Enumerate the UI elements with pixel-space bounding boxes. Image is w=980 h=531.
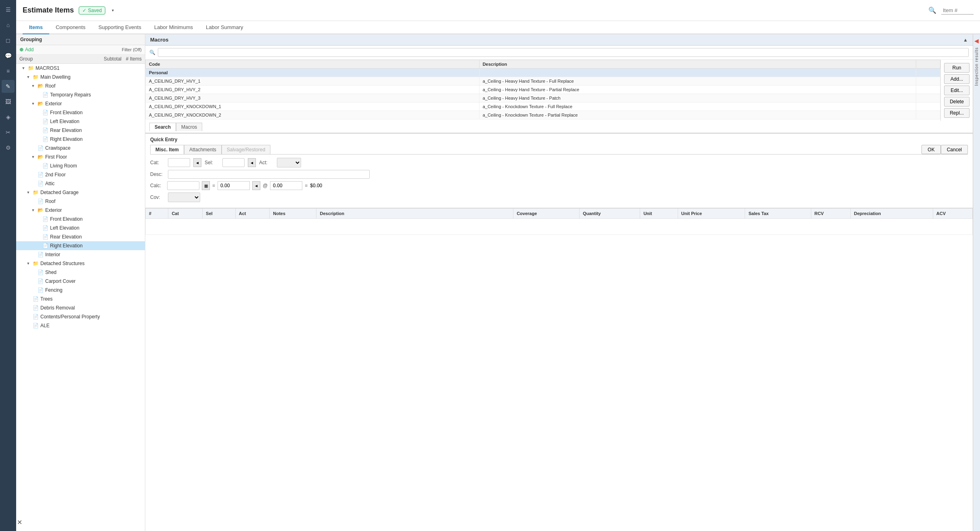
label-detached-garage: Detached Garage	[40, 190, 145, 195]
cancel-button[interactable]: Cancel	[941, 145, 968, 154]
total-display: $0.00	[310, 183, 322, 188]
calc-icon-btn[interactable]: ▦	[202, 181, 210, 190]
qty-select-btn[interactable]: ◄	[252, 181, 260, 190]
tree-item-main-dwelling[interactable]: ▼ 📁 Main Dwelling	[16, 73, 145, 82]
tab-labor-summary[interactable]: Labor Summary	[199, 21, 249, 34]
arrow-debris-removal	[26, 305, 31, 310]
sidebar-icon-home[interactable]: ⌂	[2, 19, 15, 31]
tree-item-carport-cover[interactable]: 📄 Carport Cover	[16, 277, 145, 286]
act-select[interactable]	[277, 158, 301, 167]
tab-labor-minimums[interactable]: Labor Minimums	[148, 21, 199, 34]
tree-item-living-room[interactable]: 📄 Living Room	[16, 161, 145, 170]
tree-item-2nd-floor[interactable]: 📄 2nd Floor	[16, 170, 145, 179]
tree-item-contents-personal[interactable]: 📄 Contents/Personal Property	[16, 312, 145, 321]
sidebar-icon-wrench[interactable]: ⚙	[2, 141, 15, 154]
macros-collapse-btn[interactable]: ▲	[963, 37, 968, 43]
tree-item-exterior-2[interactable]: ▼ 📂 Exterior	[16, 206, 145, 215]
sidebar-icon-tag[interactable]: ◈	[2, 111, 15, 123]
inspection-arrow[interactable]: ◀	[974, 38, 979, 44]
tree-item-first-floor[interactable]: ▼ 📂 First Floor	[16, 153, 145, 161]
tab-items[interactable]: Items	[23, 21, 49, 34]
macros-search-input[interactable]	[158, 48, 969, 57]
tree-item-trees[interactable]: 📄 Trees	[16, 295, 145, 303]
edit-macro-button[interactable]: Edit...	[944, 86, 970, 95]
desc-input[interactable]	[168, 170, 370, 179]
unit-price-input[interactable]	[270, 181, 302, 190]
col-items-label: # Items	[121, 56, 142, 62]
qe-tab-attachments[interactable]: Attachments	[184, 145, 222, 154]
tree-item-detached-structures[interactable]: ▼ 📁 Detached Structures	[16, 259, 145, 268]
label-rear-elev: Rear Elevation	[50, 128, 145, 133]
folder-icon-macros1: 📁	[27, 65, 34, 71]
macros-row-1[interactable]: A_CEILING_DRY_HVY_1 a_Ceiling - Heavy Ha…	[146, 77, 940, 86]
header-right: 🔍	[928, 6, 974, 15]
tree-item-roof[interactable]: ▼ 📂 Roof	[16, 82, 145, 90]
tree-item-debris-removal[interactable]: 📄 Debris Removal	[16, 303, 145, 312]
cat-select-btn[interactable]: ◄	[193, 158, 201, 167]
tree-item-left-elevation[interactable]: 📄 Left Elevation	[16, 117, 145, 126]
tree-item-temp-repairs[interactable]: 📄 Temporary Repairs	[16, 90, 145, 99]
tab-supporting-events[interactable]: Supporting Events	[92, 21, 148, 34]
close-button[interactable]: ✕	[17, 519, 22, 526]
arrow-ale	[26, 323, 31, 328]
tree-item-detached-garage[interactable]: ▼ 📁 Detached Garage	[16, 188, 145, 197]
tree-item-right-elevation-2[interactable]: 📄 Right Elevation	[16, 241, 145, 250]
tree-item-roof-2[interactable]: 📄 Roof	[16, 197, 145, 206]
sel-select-btn[interactable]: ◄	[248, 158, 256, 167]
macros-row-2[interactable]: A_CEILING_DRY_HVY_2 a_Ceiling - Heavy Ha…	[146, 86, 940, 94]
tree-item-ale[interactable]: 📄 ALE	[16, 321, 145, 330]
macros-code-4: A_CEILING_DRY_KNOCKDOWN_1	[146, 102, 480, 111]
sidebar-icon-file[interactable]: ◻	[2, 34, 15, 47]
arrow-shed	[31, 270, 36, 275]
add-macro-button[interactable]: Add...	[944, 74, 970, 84]
delete-macro-button[interactable]: Delete	[944, 97, 970, 107]
macros-row-4[interactable]: A_CEILING_DRY_KNOCKDOWN_1 a_Ceiling - Kn…	[146, 102, 940, 111]
sm-tab-search[interactable]: Search	[149, 123, 176, 131]
macros-search-icon: 🔍	[149, 50, 155, 55]
tree-item-attic[interactable]: 📄 Attic	[16, 179, 145, 188]
tree-item-left-elevation-2[interactable]: 📄 Left Elevation	[16, 224, 145, 232]
at-sign: @	[263, 183, 268, 188]
filter-button[interactable]: Filter (Off)	[122, 47, 142, 52]
sel-input[interactable]	[222, 158, 245, 167]
replace-macro-button[interactable]: Repl...	[944, 108, 970, 118]
tree-item-front-elevation-2[interactable]: 📄 Front Elevation	[16, 215, 145, 224]
run-button[interactable]: Run	[944, 63, 970, 73]
tree-item-macros1[interactable]: ▼ 📁 MACROS1	[16, 64, 145, 73]
arrow-2nd-floor	[31, 172, 36, 177]
plus-icon: ⊕	[19, 47, 23, 52]
sidebar-icon-tools[interactable]: ✂	[2, 126, 15, 139]
calc-input[interactable]	[167, 181, 199, 190]
tree-item-shed[interactable]: 📄 Shed	[16, 268, 145, 277]
sidebar-icon-list[interactable]: ≡	[2, 65, 15, 77]
qty-input[interactable]	[218, 181, 250, 190]
header-dropdown-arrow[interactable]: ▾	[110, 7, 115, 13]
tab-components[interactable]: Components	[49, 21, 92, 34]
tree-item-interior-2[interactable]: 📄 Interior	[16, 250, 145, 259]
col-sel: Sel	[203, 209, 236, 219]
cat-input[interactable]	[168, 158, 190, 167]
section-label-personal: Personal	[146, 69, 480, 77]
tree-item-crawlspace[interactable]: 📄 Crawlspace	[16, 144, 145, 153]
search-icon[interactable]: 🔍	[928, 6, 936, 14]
macros-row-3[interactable]: A_CEILING_DRY_HVY_3 a_Ceiling - Heavy Ha…	[146, 94, 940, 102]
tree-item-front-elevation[interactable]: 📄 Front Elevation	[16, 108, 145, 117]
sidebar-icon-edit[interactable]: ✎	[2, 80, 15, 93]
sidebar-icon-chat[interactable]: 💬	[2, 49, 15, 62]
tree-item-exterior[interactable]: ▼ 📂 Exterior	[16, 99, 145, 108]
tree-item-fencing[interactable]: 📄 Fencing	[16, 286, 145, 295]
tree-item-rear-elevation-2[interactable]: 📄 Rear Elevation	[16, 232, 145, 241]
tree-item-rear-elevation[interactable]: 📄 Rear Elevation	[16, 126, 145, 135]
cov-select[interactable]	[168, 192, 200, 202]
col-cat: Cat	[168, 209, 203, 219]
sm-tab-macros[interactable]: Macros	[176, 123, 202, 131]
tree-item-right-elevation[interactable]: 📄 Right Elevation	[16, 135, 145, 144]
sidebar-icon-menu[interactable]: ☰	[2, 3, 15, 16]
qe-tab-misc-item[interactable]: Misc. Item	[150, 145, 184, 154]
add-button[interactable]: ⊕ Add	[19, 47, 34, 52]
ok-button[interactable]: OK	[921, 145, 940, 154]
folder-icon-living-room: 📄	[42, 163, 48, 169]
item-number-input[interactable]	[941, 6, 974, 15]
macros-row-5[interactable]: A_CEILING_DRY_KNOCKDOWN_2 a_Ceiling - Kn…	[146, 111, 940, 119]
sidebar-icon-image[interactable]: 🖼	[2, 95, 15, 108]
